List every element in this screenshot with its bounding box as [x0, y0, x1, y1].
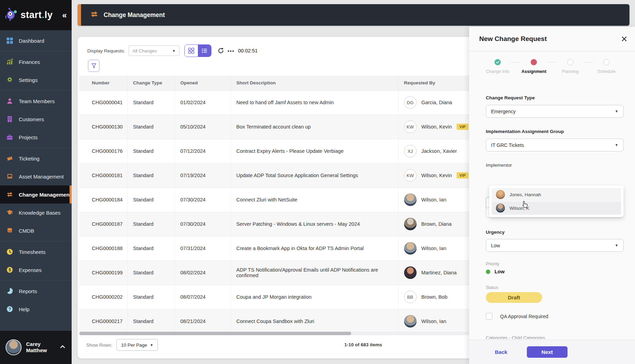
priority-dot-icon: [486, 270, 490, 274]
step-label: Change Info: [486, 69, 509, 74]
step-dot-icon: [531, 59, 537, 65]
sidebar-group: Dashboard: [0, 30, 72, 51]
avatar: [404, 193, 417, 206]
sidebar-item-settings[interactable]: Settings: [0, 71, 72, 89]
sidebar-group: Timesheets$Expenses: [0, 241, 72, 280]
scrollbar-thumb[interactable]: [79, 332, 351, 335]
sidebar-item-team-members[interactable]: Team Members: [0, 92, 72, 110]
cell-type: Standard: [127, 90, 175, 115]
cell-description: Connect Coupa Sandbox with Zluri: [231, 309, 398, 333]
settings-icon: [6, 76, 14, 84]
change-request-type-label: Change Request Type: [486, 95, 624, 100]
step-connector: [584, 62, 593, 63]
knowledge-bases-icon: [6, 209, 14, 216]
sidebar-item-finances[interactable]: Finances: [0, 53, 72, 71]
avatar: [496, 190, 505, 199]
cell-description: Server Patching - Windows & Linux server…: [231, 212, 398, 236]
sidebar-collapse-button[interactable]: «: [62, 10, 67, 20]
qa-approval-field: QA Approval Required: [486, 313, 624, 320]
team-members-icon: [6, 97, 14, 105]
logo-robot-icon: [5, 8, 18, 23]
sidebar-item-label: Asset Management: [19, 174, 64, 180]
priority-field: Priority: [486, 262, 624, 266]
user-profile[interactable]: Carey Matthew: [0, 330, 72, 364]
cell-type: Standard: [127, 163, 175, 188]
grid-view-button[interactable]: [185, 45, 198, 57]
chevron-up-icon[interactable]: [59, 343, 66, 351]
urgency-select[interactable]: Low ▼: [486, 239, 624, 252]
cell-opened: 08/21/2024: [175, 309, 231, 333]
assignment-group-select[interactable]: IT GRC Tickets ▼: [486, 139, 624, 151]
sidebar-item-help[interactable]: ?Help: [0, 300, 72, 318]
refresh-icon[interactable]: [217, 47, 225, 55]
cell-opened: 01/02/2024: [175, 90, 231, 115]
implementor-option[interactable]: Wilson, K: [492, 201, 621, 215]
close-icon[interactable]: [621, 36, 627, 42]
step-label: Assignment: [522, 69, 547, 74]
sidebar-item-change-management[interactable]: Change Management: [0, 185, 72, 204]
avatar: [404, 266, 417, 279]
cell-description: Coupa and JP Morgan integration: [231, 285, 398, 309]
panel-title: New Change Request: [479, 35, 547, 43]
next-button[interactable]: Next: [527, 346, 568, 358]
filter-button[interactable]: [88, 60, 99, 72]
requester-name: Jackson, Xavier: [421, 148, 457, 154]
categories-label-clipped: Categories - Child Categories: [486, 335, 545, 339]
sidebar-item-cmdb[interactable]: CMDB: [0, 222, 72, 240]
implementor-option[interactable]: Jones, Hannah: [492, 188, 621, 201]
cell-number: CHG0000176: [79, 139, 127, 163]
cell-number: CHG0000187: [79, 212, 127, 236]
requester-name: Wilson, Kevin: [421, 173, 452, 178]
panel-footer: Back Next: [469, 340, 635, 364]
requester-name: Martinez, Diana: [421, 270, 457, 275]
change-request-type-select-wrap: Emergency ▼: [486, 105, 624, 118]
sidebar-item-asset-management[interactable]: Asset Management: [0, 167, 72, 185]
timesheets-icon: [6, 248, 14, 256]
new-change-request-panel: New Change Request Change InfoAssignment…: [469, 27, 635, 364]
avatar: [404, 315, 417, 328]
step-planning[interactable]: Planning: [557, 59, 584, 74]
cell-description: Update ADP Total Source Application Gene…: [231, 163, 398, 188]
option-name: Jones, Hannah: [509, 192, 541, 197]
cell-opened: 07/19/2024: [175, 163, 231, 188]
pagination: Show Rows: 10 Per Page ▼: [86, 339, 158, 351]
step-schedule[interactable]: Schedule: [593, 59, 620, 74]
avatar: KW: [404, 121, 417, 133]
sidebar-item-expenses[interactable]: $Expenses: [0, 261, 72, 279]
caret-down-icon: ▼: [150, 343, 153, 347]
wizard-stepper: Change InfoAssignmentPlanningSchedule: [484, 59, 620, 74]
dashboard-icon: [6, 37, 14, 44]
asset-management-icon: [6, 173, 14, 180]
qa-approval-checkbox[interactable]: [486, 313, 492, 320]
sidebar-item-timesheets[interactable]: Timesheets: [0, 243, 72, 261]
user-avatar: [6, 339, 22, 355]
cell-type: Standard: [127, 260, 175, 285]
sidebar-item-ticketing[interactable]: Ticketing: [0, 149, 72, 167]
step-change-info[interactable]: Change Info: [484, 59, 511, 74]
cell-type: Standard: [127, 212, 175, 236]
sidebar-item-reports[interactable]: Reports: [0, 282, 72, 300]
logo-text: start.ly: [21, 10, 53, 20]
pagination-range: 1-10 of 683 items: [344, 342, 382, 347]
back-button[interactable]: Back: [495, 349, 507, 355]
avatar: XJ: [404, 145, 417, 157]
step-label: Planning: [562, 69, 579, 74]
page-header: Change Management: [78, 4, 629, 26]
change-request-type-select[interactable]: Emergency ▼: [486, 105, 624, 118]
display-requests-select[interactable]: All Changes ▼: [129, 46, 179, 56]
sidebar-item-label: Expenses: [19, 267, 42, 273]
list-view-button[interactable]: [198, 45, 211, 57]
sidebar-item-label: CMDB: [19, 228, 34, 234]
more-options-icon[interactable]: •••: [228, 48, 235, 53]
horizontal-scrollbar: [79, 332, 471, 335]
implementor-field: Implementor: [486, 163, 624, 168]
cell-number: CHG0000181: [79, 163, 127, 188]
sidebar-item-projects[interactable]: Projects: [0, 128, 72, 146]
sidebar-item-label: Finances: [19, 59, 40, 65]
sidebar-item-dashboard[interactable]: Dashboard: [0, 32, 72, 50]
step-assignment[interactable]: Assignment: [521, 59, 547, 74]
sidebar-item-customers[interactable]: Customers: [0, 110, 72, 128]
page-size-select[interactable]: 10 Per Page ▼: [116, 339, 158, 351]
sidebar-item-knowledge-bases[interactable]: Knowledge Bases: [0, 204, 72, 222]
column-header: Opened: [175, 76, 231, 90]
